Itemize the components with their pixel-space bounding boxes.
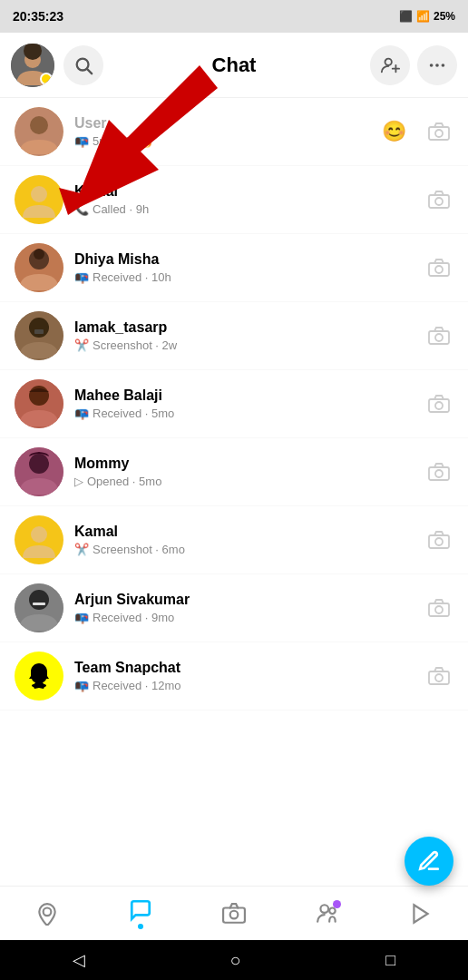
chat-emoji-1: 😊 xyxy=(382,120,406,143)
svg-point-37 xyxy=(29,454,49,474)
chat-item-1[interactable]: User 📭 5m · 393🔥 😊 xyxy=(0,98,468,166)
chat-name-9: Team Snapchat xyxy=(74,660,414,676)
svg-rect-45 xyxy=(33,603,45,605)
svg-point-54 xyxy=(329,907,336,914)
status-icon-7: ✂️ xyxy=(74,543,89,556)
chat-avatar-5 xyxy=(15,379,63,428)
svg-point-26 xyxy=(435,266,443,273)
svg-point-18 xyxy=(435,130,443,137)
chat-avatar-7 xyxy=(15,515,63,564)
online-dot xyxy=(40,73,53,85)
svg-point-35 xyxy=(435,402,443,409)
chat-status-6: ▷ Opened · 5mo xyxy=(74,475,414,488)
chat-info-9: Team Snapchat 📭 Received · 12mo xyxy=(74,660,414,692)
status-text-6: Opened · 5mo xyxy=(87,475,161,488)
more-options-button[interactable] xyxy=(417,45,457,85)
bottom-nav xyxy=(0,886,468,940)
camera-icon-4[interactable] xyxy=(424,321,453,350)
nav-map[interactable] xyxy=(35,902,59,926)
chat-name-7: Kamal xyxy=(74,524,414,540)
chat-status-1: 📭 5m · 393🔥 xyxy=(74,134,371,148)
chat-info-7: Kamal ✂️ Screenshot · 6mo xyxy=(74,524,414,556)
back-button[interactable]: ◁ xyxy=(73,950,85,970)
status-time: 20:35:23 xyxy=(13,9,63,24)
status-text-4: Screenshot · 2w xyxy=(93,338,177,352)
chat-name-2: Kamal xyxy=(74,183,414,200)
camera-icon-8[interactable] xyxy=(424,593,453,622)
chat-info-2: Kamal 📞 Called · 9h xyxy=(74,183,414,216)
status-text-2: Called · 9h xyxy=(93,202,149,216)
recent-apps-button[interactable]: □ xyxy=(385,951,395,970)
camera-icon-1[interactable] xyxy=(424,117,453,146)
svg-rect-38 xyxy=(429,467,449,480)
svg-rect-48 xyxy=(429,671,449,684)
chat-item-7[interactable]: Kamal ✂️ Screenshot · 6mo xyxy=(0,506,468,574)
camera-icon-7[interactable] xyxy=(424,525,453,554)
nav-camera[interactable] xyxy=(222,902,246,926)
chat-info-5: Mahee Balaji 📭 Received · 5mo xyxy=(74,387,414,420)
chat-name-5: Mahee Balaji xyxy=(74,387,414,404)
home-button[interactable]: ○ xyxy=(230,950,241,971)
nav-stories[interactable] xyxy=(409,902,433,926)
add-friend-button[interactable] xyxy=(370,45,410,85)
svg-rect-16 xyxy=(58,129,62,136)
status-icon-6: ▷ xyxy=(74,475,83,488)
chat-item-2[interactable]: Kamal 📞 Called · 9h xyxy=(0,166,468,234)
svg-point-42 xyxy=(435,538,443,545)
svg-point-53 xyxy=(321,905,329,913)
search-button[interactable] xyxy=(63,45,103,85)
svg-rect-29 xyxy=(34,329,44,334)
svg-point-49 xyxy=(435,674,443,681)
status-icon-9: 📭 xyxy=(74,679,89,692)
nav-active-indicator xyxy=(138,924,143,929)
svg-point-28 xyxy=(29,318,49,338)
svg-point-5 xyxy=(385,58,392,64)
chat-name-8: Arjun Sivakumar xyxy=(74,592,414,608)
nav-friends[interactable] xyxy=(316,902,339,926)
svg-point-47 xyxy=(435,606,443,613)
battery-text: 25% xyxy=(434,10,455,23)
status-text-5: Received · 5mo xyxy=(93,407,174,420)
status-text-1: 5m · 393🔥 xyxy=(93,134,153,148)
svg-point-24 xyxy=(34,249,44,260)
header-right xyxy=(370,45,457,85)
profile-avatar[interactable] xyxy=(11,44,54,87)
nav-chat[interactable] xyxy=(129,898,152,929)
chat-item-6[interactable]: Mommy ▷ Opened · 5mo xyxy=(0,438,468,506)
camera-icon-5[interactable] xyxy=(424,389,453,418)
chat-status-4: ✂️ Screenshot · 2w xyxy=(74,338,414,352)
snapchat-ghost-icon xyxy=(23,660,55,692)
status-text-7: Screenshot · 6mo xyxy=(93,543,185,556)
camera-icon-3[interactable] xyxy=(424,253,453,282)
svg-point-14 xyxy=(30,116,48,134)
status-text-3: Received · 10h xyxy=(93,270,171,284)
compose-fab[interactable] xyxy=(405,837,453,886)
friends-notification-dot xyxy=(333,900,341,908)
camera-icon-6[interactable] xyxy=(424,457,453,486)
header: Chat xyxy=(0,33,468,98)
network-icon: ⬛ xyxy=(399,10,413,23)
svg-rect-15 xyxy=(16,129,20,136)
chat-item-9[interactable]: Team Snapchat 📭 Received · 12mo xyxy=(0,642,468,710)
status-icons: ⬛ 📶 25% xyxy=(399,10,455,23)
svg-point-40 xyxy=(31,526,47,543)
chat-info-8: Arjun Sivakumar 📭 Received · 9mo xyxy=(74,592,414,624)
chat-item-4[interactable]: Iamak_tasarp ✂️ Screenshot · 2w xyxy=(0,302,468,370)
chat-avatar-3 xyxy=(15,243,63,292)
svg-point-39 xyxy=(435,470,443,477)
svg-point-44 xyxy=(29,590,49,610)
chat-avatar-8 xyxy=(15,583,63,632)
status-icon-1: 📭 xyxy=(74,134,89,148)
camera-icon-9[interactable] xyxy=(424,662,453,691)
chat-item-5[interactable]: Mahee Balaji 📭 Received · 5mo xyxy=(0,370,468,438)
svg-point-21 xyxy=(435,198,443,205)
chat-item-3[interactable]: Dhiya Misha 📭 Received · 10h xyxy=(0,234,468,302)
system-nav: ◁ ○ □ xyxy=(0,940,468,980)
camera-icon-2[interactable] xyxy=(424,185,453,214)
svg-point-52 xyxy=(230,910,239,918)
svg-rect-46 xyxy=(429,603,449,616)
page-title: Chat xyxy=(212,54,257,77)
chat-item-8[interactable]: Arjun Sivakumar 📭 Received · 9mo xyxy=(0,574,468,642)
chat-avatar-6 xyxy=(15,447,63,496)
chat-status-8: 📭 Received · 9mo xyxy=(74,611,414,624)
